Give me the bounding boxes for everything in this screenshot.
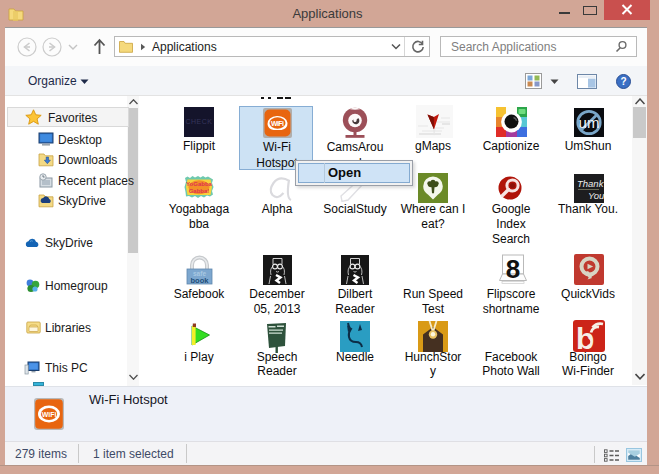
svg-text:Thank: Thank [577, 178, 604, 189]
svg-text:book: book [191, 276, 210, 285]
svg-text:You: You [588, 190, 604, 201]
svg-text:YoGabba: YoGabba [186, 181, 213, 187]
svg-text:um: um [579, 114, 600, 131]
svg-text:?: ? [620, 76, 626, 87]
svg-text:WiFi: WiFi [42, 411, 57, 418]
svg-text:Gabba!: Gabba! [189, 188, 210, 194]
svg-text:8: 8 [506, 254, 520, 284]
svg-text:WiFi: WiFi [271, 120, 284, 127]
